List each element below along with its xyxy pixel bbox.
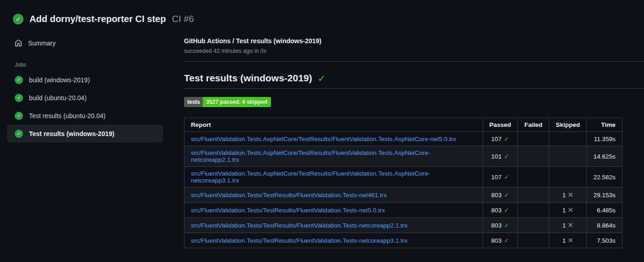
table-header-row: Report Passed Failed Skipped Time	[184, 118, 622, 132]
run-status-line: succeeded 42 minutes ago in 0s	[184, 48, 622, 54]
report-row: src/FluentValidation.Tests/TestResults/F…	[184, 203, 622, 218]
passed-count: 803	[491, 222, 502, 229]
section-title-row: Test results (windows-2019) ✓	[184, 73, 644, 89]
report-link[interactable]: src/FluentValidation.Tests/TestResults/F…	[191, 237, 408, 244]
skipped-cell: 1✕	[549, 218, 586, 233]
skip-x-icon: ✕	[568, 191, 574, 199]
tests-badge: tests 3527 passed, 4 skipped	[184, 97, 271, 107]
job-label: Test results (windows-2019)	[29, 130, 115, 137]
skipped-count: 1	[562, 222, 566, 229]
report-link[interactable]: src/FluentValidation.Tests/TestResults/F…	[191, 207, 385, 214]
report-link[interactable]: src/FluentValidation.Tests/TestResults/F…	[191, 222, 408, 229]
report-cell: src/FluentValidation.Tests/TestResults/F…	[184, 218, 483, 233]
skip-x-icon: ✕	[568, 206, 574, 214]
skipped-count: 1	[562, 237, 566, 244]
report-link[interactable]: src/FluentValidation.Tests.AspNetCore/Te…	[191, 170, 430, 184]
report-link[interactable]: src/FluentValidation.Tests.AspNetCore/Te…	[191, 136, 456, 142]
jobs-list: ✓build (windows-2019)✓build (ubuntu-20.0…	[7, 71, 163, 142]
skipped-cell: 1✕	[549, 203, 586, 218]
report-cell: src/FluentValidation.Tests/TestResults/F…	[184, 203, 483, 218]
workflow-run-page: ✓ Add dorny/test-reporter CI step CI #6 …	[0, 0, 644, 262]
sidebar: Summary Jobs ✓build (windows-2019)✓build…	[0, 32, 184, 142]
check-run-breadcrumb: GitHub Actions / Test results (windows-2…	[184, 37, 622, 45]
time-cell: 14.625s	[586, 146, 622, 167]
main-panel: GitHub Actions / Test results (windows-2…	[184, 32, 644, 248]
column-header-time: Time	[586, 118, 622, 132]
failed-cell	[518, 203, 549, 218]
passed-count: 803	[491, 207, 502, 214]
sidebar-item-summary[interactable]: Summary	[7, 34, 163, 51]
column-header-passed: Passed	[483, 118, 518, 132]
skipped-cell	[549, 132, 586, 146]
time-cell: 11.359s	[586, 132, 622, 146]
time-cell: 8.864s	[586, 218, 622, 233]
report-link[interactable]: src/FluentValidation.Tests.AspNetCore/Te…	[191, 149, 430, 163]
passed-cell: 803✓	[483, 233, 518, 248]
skipped-count: 1	[562, 192, 566, 199]
pass-check-icon: ✓	[504, 222, 509, 229]
report-row: src/FluentValidation.Tests/TestResults/F…	[184, 188, 622, 203]
passed-count: 803	[491, 192, 502, 199]
report-cell: src/FluentValidation.Tests.AspNetCore/Te…	[184, 167, 483, 188]
pass-check-icon: ✓	[504, 192, 509, 199]
passed-count: 107	[491, 174, 502, 181]
section-success-check-icon: ✓	[318, 74, 326, 83]
pass-check-icon: ✓	[504, 153, 509, 160]
passed-count: 803	[491, 237, 502, 244]
table-body: src/FluentValidation.Tests.AspNetCore/Te…	[184, 132, 622, 248]
home-icon	[15, 40, 22, 47]
skipped-count: 1	[562, 207, 566, 214]
run-header: ✓ Add dorny/test-reporter CI step CI #6	[0, 0, 644, 24]
report-row: src/FluentValidation.Tests/TestResults/F…	[184, 233, 622, 248]
report-cell: src/FluentValidation.Tests.AspNetCore/Te…	[184, 132, 483, 146]
failed-cell	[518, 167, 549, 188]
column-header-skipped: Skipped	[549, 118, 586, 132]
failed-cell	[518, 188, 549, 203]
report-link[interactable]: src/FluentValidation.Tests/TestResults/F…	[191, 192, 387, 199]
skipped-cell: 1✕	[549, 188, 586, 203]
job-success-check-icon: ✓	[15, 76, 23, 84]
report-row: src/FluentValidation.Tests.AspNetCore/Te…	[184, 146, 622, 167]
passed-cell: 107✓	[483, 167, 518, 188]
skip-x-icon: ✕	[568, 236, 574, 244]
run-success-check-icon: ✓	[13, 14, 23, 24]
column-header-report: Report	[184, 118, 483, 132]
job-success-check-icon: ✓	[15, 94, 23, 102]
passed-count: 107	[491, 136, 502, 142]
report-row: src/FluentValidation.Tests/TestResults/F…	[184, 218, 622, 233]
report-cell: src/FluentValidation.Tests.AspNetCore/Te…	[184, 146, 483, 167]
jobs-section-label: Jobs	[15, 62, 163, 68]
skipped-cell	[549, 167, 586, 188]
run-title: Add dorny/test-reporter CI step	[29, 14, 166, 24]
sidebar-job-item[interactable]: ✓build (ubuntu-20.04)	[7, 89, 163, 107]
failed-cell	[518, 218, 549, 233]
sidebar-job-item[interactable]: ✓build (windows-2019)	[7, 71, 163, 89]
time-cell: 22.582s	[586, 167, 622, 188]
job-success-check-icon: ✓	[15, 112, 23, 120]
report-row: src/FluentValidation.Tests.AspNetCore/Te…	[184, 167, 622, 188]
test-results-table: Report Passed Failed Skipped Time src/Fl…	[184, 118, 622, 248]
report-row: src/FluentValidation.Tests.AspNetCore/Te…	[184, 132, 622, 146]
job-label: build (windows-2019)	[29, 76, 90, 84]
failed-cell	[518, 233, 549, 248]
section-title: Test results (windows-2019)	[184, 73, 312, 84]
tests-badge-label: tests	[184, 97, 203, 107]
passed-cell: 107✓	[483, 132, 518, 146]
passed-cell: 803✓	[483, 203, 518, 218]
pass-check-icon: ✓	[504, 174, 509, 181]
header-divider	[184, 61, 644, 62]
content-area: Summary Jobs ✓build (windows-2019)✓build…	[0, 32, 644, 248]
passed-cell: 803✓	[483, 188, 518, 203]
passed-cell: 101✓	[483, 146, 518, 167]
time-cell: 7.503s	[586, 233, 622, 248]
run-number: CI #6	[172, 14, 194, 24]
failed-cell	[518, 146, 549, 167]
sidebar-job-item[interactable]: ✓Test results (windows-2019)	[7, 125, 163, 142]
column-header-failed: Failed	[518, 118, 549, 132]
time-cell: 6.485s	[586, 203, 622, 218]
sidebar-job-item[interactable]: ✓Test results (ubuntu-20.04)	[7, 107, 163, 125]
skipped-cell	[549, 146, 586, 167]
pass-check-icon: ✓	[504, 207, 509, 214]
report-cell: src/FluentValidation.Tests/TestResults/F…	[184, 188, 483, 203]
tests-badge-value: 3527 passed, 4 skipped	[203, 97, 271, 107]
